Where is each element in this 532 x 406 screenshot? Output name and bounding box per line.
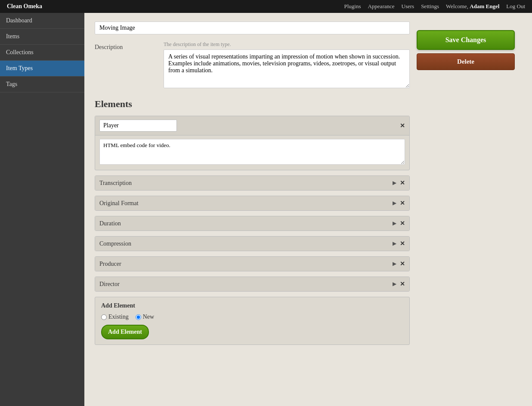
description-textarea[interactable]: A series of visual representations impar…: [164, 49, 410, 88]
element-director-remove-icon[interactable]: ✕: [400, 280, 405, 288]
element-duration-name: Duration: [99, 220, 121, 227]
element-director: Director ▶ ✕: [95, 277, 410, 292]
content-area: Description The description of the item …: [95, 22, 522, 350]
element-compression-expand-icon[interactable]: ▶: [393, 240, 396, 247]
element-transcription-actions: ▶ ✕: [393, 179, 405, 187]
element-original-format-header: Original Format ▶ ✕: [95, 196, 409, 210]
element-player-desc-textarea[interactable]: HTML embed code for video.: [99, 139, 405, 165]
delete-button[interactable]: Delete: [417, 53, 515, 70]
sidebar: Dashboard Items Collections Item Types T…: [0, 13, 84, 406]
element-duration-actions: ▶ ✕: [393, 220, 405, 227]
radio-new-text: New: [143, 314, 154, 320]
element-original-format-expand-icon[interactable]: ▶: [393, 200, 396, 206]
nav-users[interactable]: Users: [402, 3, 414, 10]
element-player: ✕ HTML embed code for video.: [95, 116, 410, 170]
user-name: Adam Engel: [470, 3, 499, 9]
item-type-name-input[interactable]: [95, 22, 410, 34]
element-transcription: Transcription ▶ ✕: [95, 175, 410, 191]
element-duration-remove-icon[interactable]: ✕: [400, 220, 405, 227]
element-original-format-remove-icon[interactable]: ✕: [400, 200, 405, 207]
element-director-header: Director ▶ ✕: [95, 277, 409, 291]
sidebar-item-items[interactable]: Items: [0, 29, 84, 45]
element-producer-expand-icon[interactable]: ▶: [393, 261, 396, 267]
sidebar-item-dashboard[interactable]: Dashboard: [0, 13, 84, 29]
description-label: Description: [95, 41, 164, 51]
name-field-wrap: [95, 22, 410, 34]
element-duration: Duration ▶ ✕: [95, 216, 410, 231]
elements-title: Elements: [95, 98, 410, 110]
sidebar-item-item-types[interactable]: Item Types: [0, 61, 84, 77]
element-player-name-input[interactable]: [99, 120, 177, 132]
element-original-format: Original Format ▶ ✕: [95, 196, 410, 211]
element-compression-name: Compression: [99, 240, 131, 247]
layout: Dashboard Items Collections Item Types T…: [0, 13, 532, 406]
element-compression-remove-icon[interactable]: ✕: [400, 240, 405, 247]
element-compression: Compression ▶ ✕: [95, 236, 410, 251]
description-hint: The description of the item type.: [164, 41, 410, 48]
right-panel: Save Changes Delete: [410, 22, 522, 79]
element-player-remove-icon[interactable]: ✕: [400, 122, 405, 129]
app-title: Clean Omeka: [7, 3, 42, 10]
logout-link[interactable]: Log Out: [506, 3, 525, 10]
element-player-description: HTML embed code for video.: [95, 135, 409, 170]
element-transcription-header: Transcription ▶ ✕: [95, 176, 409, 190]
element-director-expand-icon[interactable]: ▶: [393, 281, 396, 287]
radio-new-input[interactable]: [136, 314, 141, 320]
element-duration-header: Duration ▶ ✕: [95, 216, 409, 231]
element-transcription-remove-icon[interactable]: ✕: [400, 179, 405, 187]
sidebar-item-tags[interactable]: Tags: [0, 77, 84, 92]
nav-links: Plugins Appearance Users Settings Welcom…: [344, 3, 525, 10]
element-producer-header: Producer ▶ ✕: [95, 257, 409, 271]
element-duration-expand-icon[interactable]: ▶: [393, 220, 396, 227]
element-compression-header: Compression ▶ ✕: [95, 237, 409, 251]
main-content: Description The description of the item …: [84, 13, 532, 406]
welcome-text: Welcome, Adam Engel: [446, 3, 499, 10]
radio-existing-input[interactable]: [101, 314, 107, 320]
radio-existing-text: Existing: [108, 314, 129, 320]
name-row: [95, 22, 410, 34]
description-row: Description The description of the item …: [95, 41, 410, 90]
element-transcription-name: Transcription: [99, 180, 132, 187]
element-producer-name: Producer: [99, 261, 121, 268]
element-director-name: Director: [99, 281, 120, 288]
description-wrap: The description of the item type. A seri…: [164, 41, 410, 90]
element-player-actions: ✕: [400, 122, 405, 129]
add-element-title: Add Element: [101, 302, 403, 309]
element-transcription-expand-icon[interactable]: ▶: [393, 180, 396, 186]
element-producer: Producer ▶ ✕: [95, 256, 410, 271]
element-producer-remove-icon[interactable]: ✕: [400, 260, 405, 268]
element-player-header: ✕: [95, 116, 409, 135]
nav-appearance[interactable]: Appearance: [368, 3, 394, 10]
add-element-button[interactable]: Add Element: [101, 325, 149, 339]
add-element-block: Add Element Existing New Add Element: [95, 297, 410, 345]
element-director-actions: ▶ ✕: [393, 280, 405, 288]
radio-existing-label[interactable]: Existing: [101, 314, 129, 320]
element-compression-actions: ▶ ✕: [393, 240, 405, 247]
element-producer-actions: ▶ ✕: [393, 260, 405, 268]
nav-settings[interactable]: Settings: [421, 3, 439, 10]
nav-plugins[interactable]: Plugins: [344, 3, 361, 10]
add-element-radio-group: Existing New: [101, 314, 403, 320]
element-original-format-name: Original Format: [99, 200, 139, 207]
save-changes-button[interactable]: Save Changes: [417, 30, 515, 50]
radio-new-label[interactable]: New: [136, 314, 154, 320]
main-form: Description The description of the item …: [95, 22, 410, 350]
top-navigation: Clean Omeka Plugins Appearance Users Set…: [0, 0, 532, 13]
sidebar-item-collections[interactable]: Collections: [0, 45, 84, 61]
element-original-format-actions: ▶ ✕: [393, 200, 405, 207]
